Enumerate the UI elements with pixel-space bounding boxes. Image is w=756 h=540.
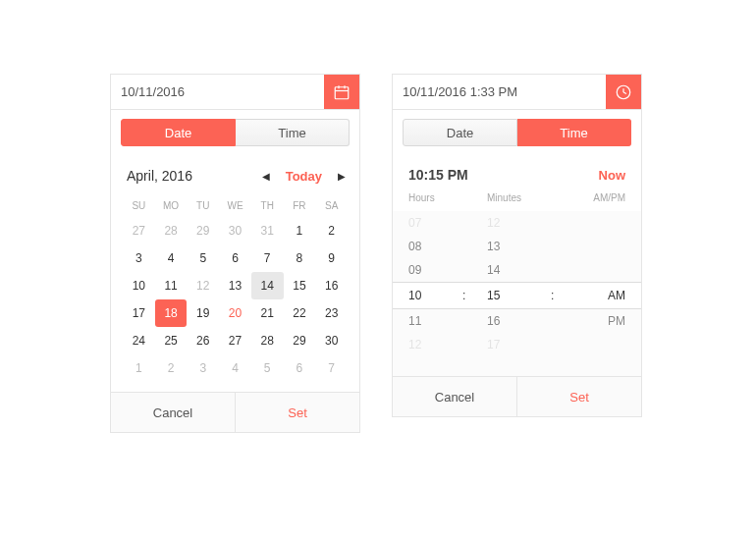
day-cell[interactable]: 27 (123, 217, 155, 244)
hour-value: 10 (408, 289, 462, 302)
time-picker-panel: 10/11/2016 1:33 PM Date Time 10:15 PM No… (392, 74, 642, 417)
minute-value: 15 (487, 289, 551, 302)
day-cell[interactable]: 28 (155, 217, 188, 244)
weekday-label: SU (123, 194, 155, 217)
day-cell[interactable]: 10 (123, 272, 155, 299)
day-cell[interactable]: 5 (251, 354, 284, 382)
ampm-header: AM/PM (575, 192, 625, 203)
day-cell[interactable]: 8 (284, 244, 316, 272)
hour-value: 07 (408, 216, 462, 230)
day-cell[interactable]: 3 (123, 244, 155, 272)
date-tabs: Date Time (111, 110, 359, 155)
day-cell[interactable]: 27 (219, 327, 251, 354)
day-cell[interactable]: 20 (219, 299, 251, 327)
next-month-icon[interactable]: ▶ (336, 167, 348, 186)
day-cell[interactable]: 19 (187, 299, 219, 327)
day-cell[interactable]: 6 (219, 244, 251, 272)
day-cell[interactable]: 17 (123, 299, 155, 327)
cancel-button[interactable]: Cancel (111, 393, 236, 432)
time-wheel-row[interactable]: 0914 (393, 258, 641, 282)
day-cell[interactable]: 29 (284, 327, 316, 354)
time-body: 10:15 PM Now Hours Minutes AM/PM 0712081… (393, 155, 641, 376)
day-cell[interactable]: 31 (251, 217, 284, 244)
day-cell[interactable]: 14 (251, 272, 284, 299)
weekday-label: MO (155, 194, 188, 217)
minute-value: 14 (487, 263, 551, 277)
calendar-icon[interactable] (324, 75, 359, 109)
day-cell[interactable]: 4 (219, 354, 251, 382)
day-cell[interactable]: 1 (123, 354, 155, 382)
minute-value: 17 (487, 338, 551, 351)
ampm-value: PM (575, 314, 625, 328)
month-navigation: April, 2016 ◀ Today ▶ (123, 159, 348, 192)
weekday-label: TU (187, 194, 219, 217)
day-cell[interactable]: 13 (219, 272, 251, 299)
day-cell[interactable]: 9 (315, 244, 348, 272)
time-header: 10:15 PM Now (393, 161, 641, 189)
hour-value: 09 (408, 263, 462, 277)
datetime-input-field[interactable]: 10/11/2016 1:33 PM (393, 75, 606, 109)
cancel-button[interactable]: Cancel (393, 377, 517, 416)
day-cell[interactable]: 6 (284, 354, 316, 382)
day-cell[interactable]: 30 (219, 217, 251, 244)
day-cell[interactable]: 25 (155, 327, 188, 354)
day-cell[interactable]: 18 (155, 299, 188, 327)
day-cell[interactable]: 3 (187, 354, 219, 382)
day-cell[interactable]: 1 (284, 217, 316, 244)
day-cell[interactable]: 23 (315, 299, 348, 327)
day-cell[interactable]: 7 (251, 244, 284, 272)
day-cell[interactable]: 30 (315, 327, 348, 354)
minutes-header: Minutes (487, 192, 575, 203)
day-cell[interactable]: 2 (315, 217, 348, 244)
time-tabs: Date Time (393, 110, 641, 155)
minute-value: 16 (487, 314, 551, 328)
weekday-label: FR (284, 194, 316, 217)
time-wheel-row[interactable]: 0712 (393, 211, 641, 235)
time-wheel-row[interactable]: 1217 (393, 333, 641, 356)
time-wheel-row[interactable]: 1116PM (393, 309, 641, 333)
day-cell[interactable]: 26 (187, 327, 219, 354)
datetime-input-row: 10/11/2016 1:33 PM (393, 75, 641, 110)
month-label: April, 2016 (123, 168, 221, 184)
now-button[interactable]: Now (599, 168, 625, 183)
tab-date[interactable]: Date (403, 119, 517, 146)
hours-header: Hours (408, 192, 487, 203)
day-cell[interactable]: 11 (155, 272, 188, 299)
day-cell[interactable]: 22 (284, 299, 316, 327)
date-footer: Cancel Set (111, 392, 359, 432)
day-cell[interactable]: 29 (187, 217, 219, 244)
day-cell[interactable]: 28 (251, 327, 284, 354)
day-cell[interactable]: 24 (123, 327, 155, 354)
set-button[interactable]: Set (236, 393, 359, 432)
date-input-field[interactable]: 10/11/2016 (111, 75, 324, 109)
day-grid: 2728293031123456789101112131415161718192… (123, 217, 348, 382)
weekday-label: TH (251, 194, 284, 217)
time-wheel-row[interactable]: 0813 (393, 235, 641, 258)
clock-icon[interactable] (606, 75, 641, 109)
tab-date[interactable]: Date (121, 119, 236, 146)
svg-rect-0 (335, 86, 349, 98)
set-button[interactable]: Set (517, 377, 641, 416)
date-picker-panel: 10/11/2016 Date Time April, 2016 ◀ Today… (110, 74, 360, 433)
day-cell[interactable]: 15 (284, 272, 316, 299)
day-cell[interactable]: 16 (315, 272, 348, 299)
tab-time[interactable]: Time (517, 119, 631, 146)
today-button[interactable]: Today (286, 169, 322, 184)
day-cell[interactable]: 5 (187, 244, 219, 272)
selected-time-label: 10:15 PM (408, 167, 468, 183)
hour-value: 11 (408, 314, 462, 328)
day-cell[interactable]: 4 (155, 244, 188, 272)
prev-month-icon[interactable]: ◀ (260, 167, 272, 186)
day-cell[interactable]: 7 (315, 354, 348, 382)
weekday-label: SA (315, 194, 348, 217)
day-cell[interactable]: 12 (187, 272, 219, 299)
svg-line-6 (623, 92, 626, 94)
time-footer: Cancel Set (393, 376, 641, 416)
time-column-headers: Hours Minutes AM/PM (393, 189, 641, 211)
hour-value: 08 (408, 240, 462, 253)
day-cell[interactable]: 21 (251, 299, 284, 327)
day-cell[interactable]: 2 (155, 354, 188, 382)
time-wheel[interactable]: 07120813091410:15:AM1116PM1217 (393, 211, 641, 376)
time-wheel-row[interactable]: 10:15:AM (393, 282, 641, 309)
tab-time[interactable]: Time (236, 119, 350, 146)
